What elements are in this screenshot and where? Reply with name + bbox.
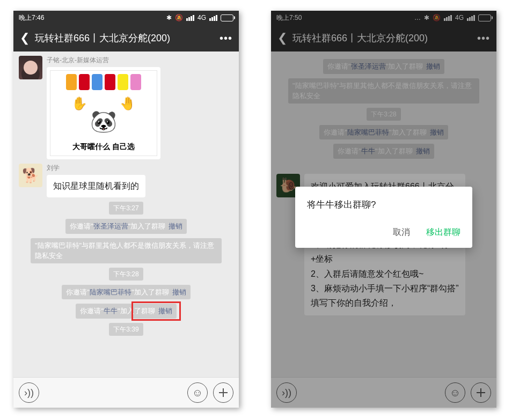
message-row: 刘学 知识星球里随机看到的 <box>19 164 233 197</box>
mute-icon: 🔕 <box>175 14 183 21</box>
avatar[interactable] <box>19 164 42 187</box>
message-row: 子铭-北京-新媒体运营 ✋🤚 🐼 <box>19 56 233 159</box>
confirm-button[interactable]: 移出群聊 <box>426 227 460 238</box>
time-divider: 下午3:39 <box>109 323 143 336</box>
invited-name[interactable]: 张圣泽运营 <box>93 222 128 230</box>
signal-icon-2 <box>209 15 217 21</box>
invited-name[interactable]: 陆家嘴巴菲特 <box>90 288 131 296</box>
text-message[interactable]: 知识星球里随机看到的 <box>47 175 145 197</box>
voice-button[interactable]: ›)) <box>19 382 39 403</box>
chat-header: ❮ 玩转社群666丨大北京分舵(200) ••• <box>13 25 239 51</box>
emoji-button[interactable]: ☺ <box>187 382 208 403</box>
meme-image: ✋🤚 🐼 大哥嚯什么 自己选 <box>50 70 157 156</box>
system-message-privacy: "陆家嘴巴菲特"与群里其他人都不是微信朋友关系，请注意隐私安全 <box>31 238 222 263</box>
revoke-link[interactable]: 撤销 <box>158 307 172 315</box>
signal-icon <box>186 15 194 21</box>
status-bar: 晚上7:46 ✱ 🔕 4G <box>13 11 239 25</box>
cancel-button[interactable]: 取消 <box>393 227 410 238</box>
plus-button[interactable] <box>213 382 233 403</box>
sender-name: 子铭-北京-新媒体运营 <box>47 56 160 65</box>
system-message-invite: 你邀请"陆家嘴巴菲特"加入了群聊撤销 <box>62 285 190 300</box>
more-icon[interactable]: ••• <box>220 32 232 45</box>
dialog-message: 将牛牛移出群聊? <box>295 187 472 227</box>
revoke-link[interactable]: 撤销 <box>169 222 182 230</box>
time-divider: 下午3:28 <box>109 268 143 281</box>
bluetooth-icon: ✱ <box>166 14 172 21</box>
back-icon[interactable]: ❮ <box>20 31 30 45</box>
status-time: 晚上7:46 <box>19 13 44 23</box>
phone-right: 晚上7:50 … ✱ 🔕 4G ❮ 玩转社群666丨大北京分舵(200) •••… <box>271 11 496 408</box>
phone-left: 晚上7:46 ✱ 🔕 4G ❮ 玩转社群666丨大北京分舵(200) ••• 子… <box>13 11 239 408</box>
chat-area[interactable]: 子铭-北京-新媒体运营 ✋🤚 🐼 <box>13 51 239 377</box>
invited-name[interactable]: 牛牛 <box>104 307 118 315</box>
modal-overlay[interactable]: 将牛牛移出群聊? 取消 移出群聊 <box>271 11 496 408</box>
battery-icon <box>221 14 233 21</box>
image-message[interactable]: ✋🤚 🐼 大哥嚯什么 自己选 <box>47 67 160 159</box>
network-label: 4G <box>198 14 206 21</box>
system-message-invite: 你邀请"张圣泽运营"加入了群聊撤销 <box>65 219 187 234</box>
confirm-dialog: 将牛牛移出群聊? 取消 移出群聊 <box>295 187 472 248</box>
chat-title[interactable]: 玩转社群666丨大北京分舵(200) <box>35 32 214 45</box>
avatar[interactable] <box>19 56 42 79</box>
input-bar: ›)) ☺ <box>13 377 239 408</box>
time-divider: 下午3:27 <box>109 202 143 215</box>
sender-name: 刘学 <box>47 164 145 173</box>
system-message-invite: 你邀请"牛牛"加入了群聊撤销 <box>76 304 176 319</box>
revoke-link[interactable]: 撤销 <box>172 288 186 296</box>
